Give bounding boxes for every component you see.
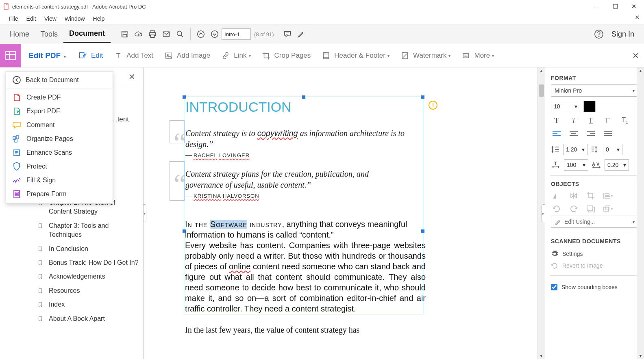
search-icon[interactable] xyxy=(173,27,187,41)
horizontal-scale-field[interactable]: 100▾ xyxy=(564,159,588,171)
leftpane-toggle-handle[interactable]: ▸ xyxy=(143,204,146,222)
resize-handle[interactable] xyxy=(421,95,424,99)
highlighter-icon[interactable] xyxy=(294,27,308,41)
rotate-ccw-icon[interactable] xyxy=(552,204,561,213)
revert-to-image-button[interactable]: Revert to Image xyxy=(551,260,638,271)
page-number-field[interactable]: Intro-1 xyxy=(222,28,251,40)
menu-file[interactable]: File xyxy=(5,14,22,24)
resize-handle[interactable] xyxy=(183,95,186,99)
tools-item-organize[interactable]: Organize Pages xyxy=(6,132,113,146)
font-size-field[interactable]: 10▾ xyxy=(551,101,580,112)
bookmark-item[interactable]: Resources xyxy=(37,284,143,298)
align-justify-icon[interactable] xyxy=(603,129,613,138)
edit-pdf-dropdown[interactable]: Edit PDF ▾ xyxy=(28,51,66,60)
window-maximize[interactable]: ☐ xyxy=(606,0,624,13)
nav-document[interactable]: Document xyxy=(63,25,111,43)
bookmark-item[interactable]: Acknowledgements xyxy=(37,270,143,283)
scrollbar-thumb[interactable] xyxy=(539,84,544,97)
body-paragraph[interactable]: In the last few years, the value of cont… xyxy=(185,324,423,335)
scroll-down-icon[interactable]: ▼ xyxy=(538,353,545,359)
document-page[interactable]: ! INTRODUCTION “ Content strategy is to … xyxy=(144,67,537,359)
warning-icon[interactable]: ! xyxy=(429,101,437,110)
replace-image-icon[interactable] xyxy=(586,204,596,213)
doc-heading[interactable]: INTRODUCTION xyxy=(185,99,292,115)
tools-item-protect[interactable]: Protect xyxy=(6,160,113,173)
menu-window[interactable]: Window xyxy=(61,14,89,24)
checkbox-input[interactable] xyxy=(551,284,557,290)
page-up-icon[interactable] xyxy=(194,27,208,41)
help-icon[interactable] xyxy=(592,27,606,41)
menu-edit[interactable]: Edit xyxy=(22,14,40,24)
body-paragraph[interactable]: In the Software industry, anything that … xyxy=(185,219,423,240)
save-icon[interactable] xyxy=(118,27,132,41)
header-footer-button[interactable]: Header & Footer▾ xyxy=(321,51,389,61)
tools-item-create-pdf[interactable]: Create PDF xyxy=(6,91,113,104)
flip-horizontal-icon[interactable] xyxy=(552,191,561,200)
add-image-button[interactable]: Add Image xyxy=(164,51,210,61)
bookmark-item[interactable]: Chapter 3: Tools and Techniques xyxy=(37,219,143,242)
nav-home[interactable]: Home xyxy=(4,26,35,43)
crop-object-icon[interactable] xyxy=(586,191,596,200)
window-close[interactable]: ✕ xyxy=(624,0,643,13)
scroll-up-icon[interactable]: ▲ xyxy=(637,67,644,74)
back-to-document-item[interactable]: Back to Document xyxy=(6,71,113,89)
watermark-button[interactable]: Watermark▾ xyxy=(400,51,451,61)
arrange-icon[interactable]: ▾ xyxy=(603,204,613,213)
font-combo[interactable]: Minion Pro▾ xyxy=(551,84,638,97)
crop-pages-button[interactable]: Crop Pages xyxy=(261,51,311,61)
tools-item-prepare-form[interactable]: Prepare Form xyxy=(6,187,113,201)
flip-vertical-icon[interactable] xyxy=(569,191,579,200)
bookmark-item[interactable]: In Conclusion xyxy=(37,242,143,256)
email-icon[interactable] xyxy=(159,27,173,41)
leftpane-close-icon[interactable]: ✕ xyxy=(128,72,135,82)
link-button[interactable]: Link▾ xyxy=(221,51,250,61)
rightpane-toggle-handle[interactable]: ▸ xyxy=(542,204,545,222)
quote-text[interactable]: Content strategy plans for the creation,… xyxy=(185,169,397,190)
font-color-picker[interactable] xyxy=(583,101,596,112)
paragraph-spacing-field[interactable]: 0▾ xyxy=(603,144,622,155)
align-objects-icon[interactable]: ▾ xyxy=(603,191,613,200)
quote-attribution[interactable]: —RACHEL LOVINGER xyxy=(185,151,250,159)
doc-close-icon[interactable]: ✕ xyxy=(635,14,640,21)
document-area[interactable]: ! INTRODUCTION “ Content strategy is to … xyxy=(143,67,545,359)
quote-text[interactable]: Content strategy is to copywriting as in… xyxy=(185,128,405,150)
bookmark-item[interactable]: Bonus Track: How Do I Get In? xyxy=(37,256,143,270)
rightpane-scrollbar[interactable]: ▲ ▼ xyxy=(637,67,644,359)
edit-using-dropdown[interactable]: Edit Using...▾ xyxy=(551,216,638,228)
edit-toolbar-close-icon[interactable]: ✕ xyxy=(632,51,639,61)
line-spacing-field[interactable]: 1.20▾ xyxy=(563,144,587,155)
bold-icon[interactable]: T xyxy=(552,116,561,125)
menu-view[interactable]: View xyxy=(40,14,61,24)
comment-icon[interactable] xyxy=(281,27,294,41)
edit-button[interactable]: Edit xyxy=(78,51,103,61)
bookmark-item[interactable]: Index xyxy=(37,298,143,311)
print-icon[interactable] xyxy=(146,27,159,41)
tools-item-export-pdf[interactable]: Export PDF xyxy=(6,104,113,118)
sign-in-link[interactable]: Sign In xyxy=(611,30,634,39)
quote-attribution[interactable]: —KRISTINA HALVORSON xyxy=(185,192,259,199)
resize-handle[interactable] xyxy=(302,95,305,99)
body-paragraph[interactable]: Every website has content. Companies wit… xyxy=(185,240,426,314)
align-center-icon[interactable] xyxy=(569,129,579,138)
page-down-icon[interactable] xyxy=(208,27,222,41)
tools-item-enhance[interactable]: Enhance Scans xyxy=(6,146,113,160)
nav-tools[interactable]: Tools xyxy=(35,26,63,43)
add-text-button[interactable]: Add Text xyxy=(113,51,153,61)
italic-icon[interactable]: T xyxy=(569,116,579,125)
window-minimize[interactable]: ─ xyxy=(587,0,606,13)
tools-item-comment[interactable]: Comment xyxy=(6,118,113,132)
cloud-upload-icon[interactable] xyxy=(132,27,146,41)
edit-pdf-tab-icon[interactable] xyxy=(0,44,21,67)
underline-icon[interactable]: T xyxy=(586,116,596,125)
more-button[interactable]: More▾ xyxy=(461,51,494,61)
bookmark-item[interactable]: About A Book Apart xyxy=(37,312,143,326)
superscript-icon[interactable]: T1 xyxy=(603,116,613,125)
tracking-field[interactable]: 0.20▾ xyxy=(605,159,629,171)
scroll-up-icon[interactable]: ▲ xyxy=(538,67,545,74)
align-left-icon[interactable] xyxy=(552,129,561,138)
subscript-icon[interactable]: T1 xyxy=(620,116,630,125)
align-right-icon[interactable] xyxy=(586,129,596,138)
rotate-cw-icon[interactable] xyxy=(569,204,579,213)
menu-help[interactable]: Help xyxy=(89,14,109,24)
scroll-down-icon[interactable]: ▼ xyxy=(637,353,644,359)
